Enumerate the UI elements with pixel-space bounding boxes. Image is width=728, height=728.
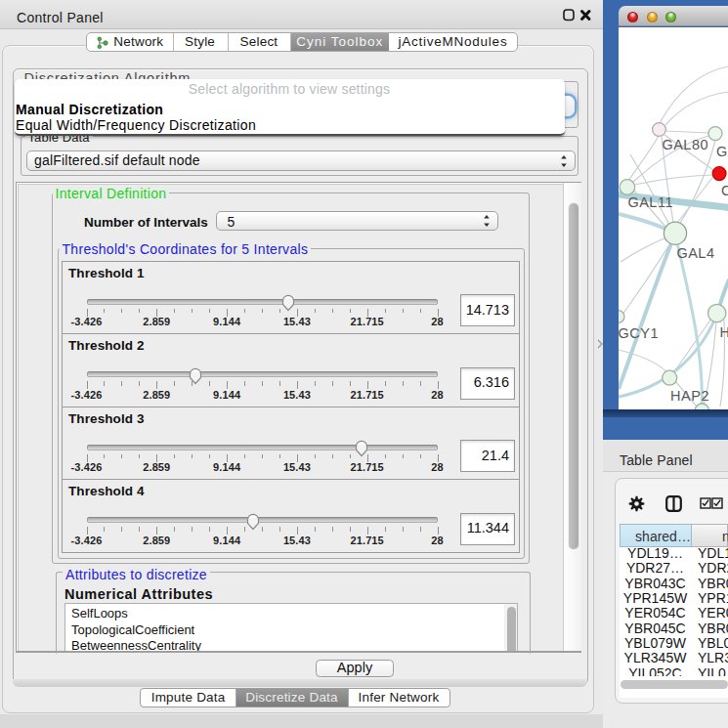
svg-text:GAL80: GAL80	[662, 136, 708, 151]
svg-text:GA: GA	[716, 143, 728, 158]
svg-text:H: H	[719, 323, 728, 339]
svg-text:HAP2: HAP2	[670, 387, 709, 403]
svg-text:GAL11: GAL11	[627, 193, 673, 209]
svg-text:GCY1: GCY1	[619, 325, 659, 341]
svg-text:GAL4: GAL4	[676, 244, 714, 260]
svg-text:C: C	[721, 183, 728, 198]
